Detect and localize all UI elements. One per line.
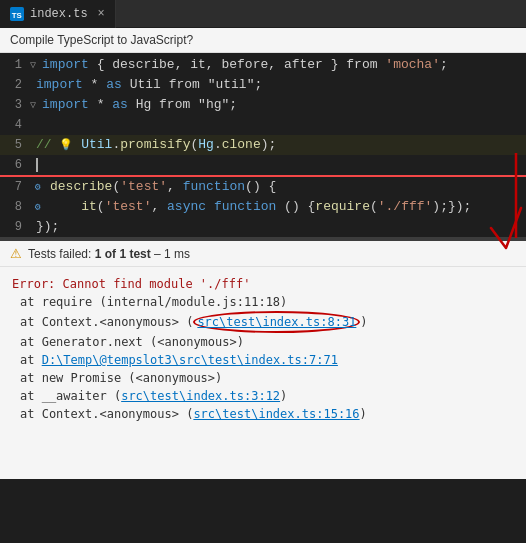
fold-icon-1[interactable]: ▽ [30,59,36,71]
tab-close[interactable]: × [98,7,105,21]
code-line-3: 3 ▽ import * as Hg from "hg"; [0,95,526,115]
line-number-2: 2 [0,78,30,92]
text-cursor [36,158,38,172]
error-at-dtemp: at D:\Temp\@tempslot3\src\test\index.ts:… [12,351,514,369]
code-line-2: 2 import * as Util from "util"; [0,75,526,95]
fold-icon-3[interactable]: ▽ [30,99,36,111]
line-number-7: 7 [0,180,30,194]
error-at-awaiter: at __awaiter (src\test\index.ts:3:12) [12,387,514,405]
error-main-line: Error: Cannot find module './fff' [12,275,514,293]
line-number-4: 4 [0,118,30,132]
line-content-8: it('test', async function () {require('.… [46,197,526,217]
warning-icon: ⚠ [10,246,22,261]
compile-bar: Compile TypeScript to JavaScript? [0,28,526,53]
typescript-icon: TS [10,7,24,21]
app-container: TS index.ts × Compile TypeScript to Java… [0,0,526,479]
error-at-context-15: at Context.<anonymous> (src\test\index.t… [12,405,514,423]
code-line-5: 5 // 💡 Util.promisify(Hg.clone); [0,135,526,155]
line-number-8: 8 [0,200,30,214]
test-header: ⚠ Tests failed: 1 of 1 test – 1 ms [0,241,526,267]
line-content-1: import { describe, it, before, after } f… [38,55,526,75]
line-content-4 [32,115,526,135]
line-number-9: 9 [0,220,30,234]
code-line-6: 6 [0,155,526,177]
error-at-generator: at Generator.next (<anonymous>) [12,333,514,351]
test-duration: – 1 ms [154,247,190,261]
line-content-7: describe('test', function() { [46,177,526,197]
tab-filename: index.ts [30,7,88,21]
code-line-8: 8 ⚙ it('test', async function () {requir… [0,197,526,217]
tab-bar: TS index.ts × [0,0,526,28]
line-content-2: import * as Util from "util"; [32,75,526,95]
link-index-15-16[interactable]: src\test\index.ts:15:16 [193,407,359,421]
file-tab[interactable]: TS index.ts × [0,0,116,28]
svg-text:TS: TS [12,10,22,19]
error-at-context-8: at Context.<anonymous> (src\test\index.t… [12,311,514,333]
test-count: 1 of 1 test [95,247,151,261]
gutter-icon-7[interactable]: ⚙ [30,181,46,193]
line-number-5: 5 [0,138,30,152]
line-number-6: 6 [0,158,30,172]
error-at-promise: at new Promise (<anonymous>) [12,369,514,387]
line-number-1: 1 [0,58,30,72]
link-index-3-12[interactable]: src\test\index.ts:3:12 [121,389,280,403]
code-editor[interactable]: 1 ▽ import { describe, it, before, after… [0,53,526,237]
link-dtemp-7-71[interactable]: D:\Temp\@tempslot3\src\test\index.ts:7:7… [42,353,338,367]
code-line-7: 7 ⚙ describe('test', function() { [0,177,526,197]
code-line-4: 4 [0,115,526,135]
line-content-6 [32,155,526,175]
gutter-icon-8[interactable]: ⚙ [30,201,46,213]
error-at-require: at require (internal/module.js:11:18) [12,293,514,311]
line-content-5: // 💡 Util.promisify(Hg.clone); [32,135,526,155]
line-content-9: }); [32,217,526,237]
error-output: Error: Cannot find module './fff' at req… [0,267,526,431]
test-status-label: Tests failed: 1 of 1 test – 1 ms [28,247,190,261]
code-line-1: 1 ▽ import { describe, it, before, after… [0,55,526,75]
compile-text: Compile TypeScript to JavaScript? [10,33,193,47]
test-panel: ⚠ Tests failed: 1 of 1 test – 1 ms Error… [0,241,526,479]
editor-wrapper: 1 ▽ import { describe, it, before, after… [0,53,526,237]
line-number-3: 3 [0,98,30,112]
code-line-9: 9 }); [0,217,526,237]
line-content-3: import * as Hg from "hg"; [38,95,526,115]
link-index-8-31[interactable]: src\test\index.ts:8:31 [193,311,360,333]
